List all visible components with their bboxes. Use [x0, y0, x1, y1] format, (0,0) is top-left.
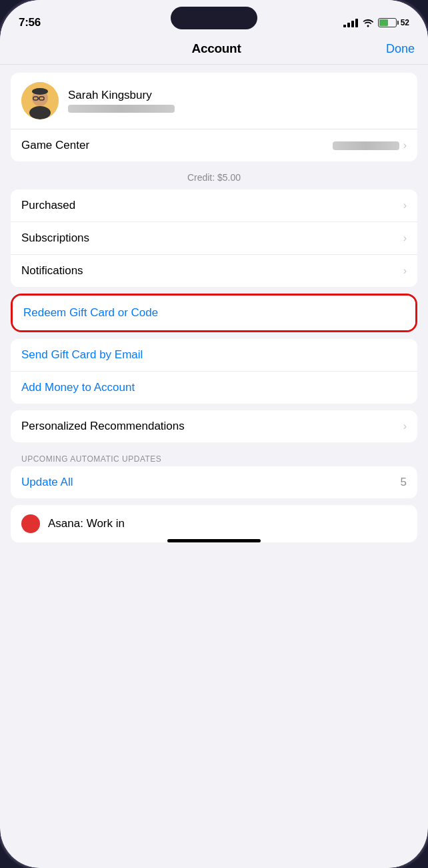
asana-label: Asana: Work in: [48, 517, 125, 530]
purchased-label: Purchased: [21, 199, 75, 212]
notifications-label: Notifications: [21, 264, 83, 278]
recommendations-item[interactable]: Personalized Recommendations ›: [11, 410, 417, 442]
asana-row[interactable]: Asana: Work in: [11, 505, 417, 542]
phone-screen: 7:56: [0, 0, 428, 868]
gift-section: Send Gift Card by Email Add Money to Acc…: [11, 339, 417, 404]
battery-container: 52: [378, 18, 409, 27]
game-center-label: Game Center: [21, 139, 89, 152]
avatar-image: [21, 82, 59, 119]
profile-email-blurred: [68, 105, 175, 113]
update-all-row: Update All 5: [11, 466, 417, 498]
purchased-item[interactable]: Purchased ›: [11, 189, 417, 222]
upcoming-updates-header: Upcoming Automatic Updates: [11, 449, 417, 466]
list-card: Purchased › Subscriptions › Notification…: [11, 189, 417, 287]
update-all-label[interactable]: Update All: [21, 476, 73, 489]
status-time: 7:56: [19, 16, 41, 29]
subscriptions-chevron-icon: ›: [403, 232, 407, 244]
game-center-value-blurred: [333, 141, 399, 150]
signal-bars-icon: [343, 18, 358, 27]
done-button[interactable]: Done: [386, 42, 415, 56]
credit-label: Credit: $5.00: [11, 168, 417, 189]
game-center-chevron-icon: ›: [403, 139, 407, 151]
nav-bar: Account Done: [0, 36, 428, 65]
wifi-icon: [362, 18, 374, 27]
profile-card: Sarah Kingsbury Game Center ›: [11, 73, 417, 161]
profile-name: Sarah Kingsbury: [68, 89, 407, 102]
signal-bar-3: [351, 21, 354, 27]
signal-bar-1: [343, 25, 346, 27]
content-area: Sarah Kingsbury Game Center › Credit: $5…: [0, 65, 428, 557]
subscriptions-item[interactable]: Subscriptions ›: [11, 222, 417, 255]
status-icons: 52: [343, 18, 409, 27]
notifications-item[interactable]: Notifications ›: [11, 255, 417, 287]
battery-icon: [378, 18, 397, 27]
avatar: [21, 82, 59, 119]
dynamic-island: [171, 7, 257, 29]
profile-info: Sarah Kingsbury: [68, 89, 407, 113]
add-money-label: Add Money to Account: [21, 381, 135, 394]
page-title: Account: [192, 41, 241, 56]
redeem-row[interactable]: Redeem Gift Card or Code: [13, 296, 415, 330]
svg-point-6: [32, 88, 48, 95]
phone-frame: 7:56: [0, 0, 428, 868]
svg-point-1: [29, 106, 51, 119]
asana-icon: [21, 514, 40, 533]
battery-percentage: 52: [401, 18, 409, 27]
signal-bar-4: [355, 19, 358, 27]
redeem-label: Redeem Gift Card or Code: [23, 306, 158, 320]
notifications-chevron-icon: ›: [403, 265, 407, 277]
profile-row[interactable]: Sarah Kingsbury: [11, 73, 417, 129]
battery-fill: [379, 19, 389, 26]
add-money-item[interactable]: Add Money to Account: [11, 372, 417, 404]
subscriptions-label: Subscriptions: [21, 232, 89, 245]
recommendations-card: Personalized Recommendations ›: [11, 410, 417, 442]
purchased-chevron-icon: ›: [403, 199, 407, 211]
signal-bar-2: [347, 23, 350, 27]
game-center-right: ›: [333, 139, 407, 151]
recommendations-label: Personalized Recommendations: [21, 420, 185, 433]
game-center-row[interactable]: Game Center ›: [11, 129, 417, 161]
update-count: 5: [401, 476, 407, 489]
send-gift-card-item[interactable]: Send Gift Card by Email: [11, 339, 417, 372]
send-gift-card-label: Send Gift Card by Email: [21, 348, 143, 362]
recommendations-chevron-icon: ›: [403, 420, 407, 432]
redeem-section: Redeem Gift Card or Code: [11, 294, 417, 332]
home-indicator: [167, 539, 261, 542]
redeem-highlight: Redeem Gift Card or Code: [11, 294, 417, 332]
battery-tip: [397, 21, 399, 25]
